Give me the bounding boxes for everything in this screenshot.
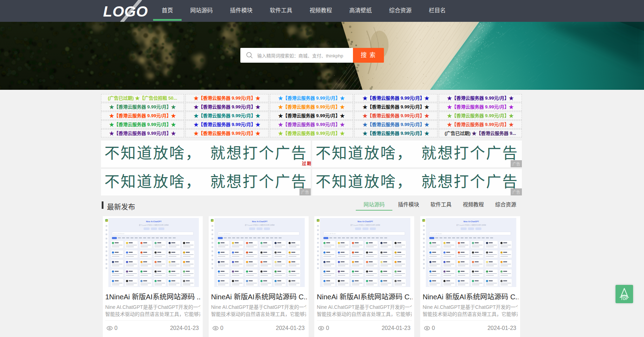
svg-text:TOP: TOP <box>621 297 628 301</box>
